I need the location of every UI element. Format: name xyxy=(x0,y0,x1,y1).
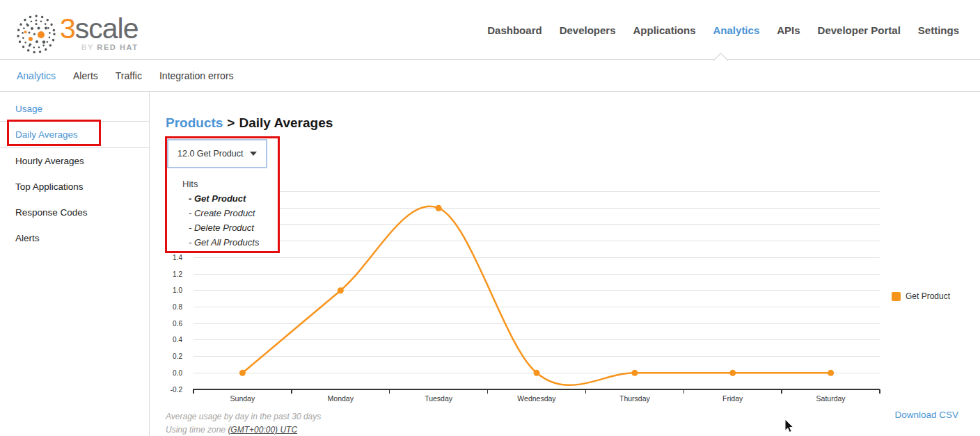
sidebar-divider xyxy=(149,92,150,436)
timezone-caption: Using time zone (GMT+00:00) UTC xyxy=(166,425,297,435)
metric-select-value: 12.0 Get Product xyxy=(177,149,244,159)
svg-text:Saturday: Saturday xyxy=(816,394,846,403)
breadcrumb: Products>Daily Averages xyxy=(166,115,333,131)
sidebar-item-response-codes[interactable]: Response Codes xyxy=(15,207,88,218)
brand-byline: BY RED HAT xyxy=(81,43,139,51)
svg-text:0.4: 0.4 xyxy=(173,336,182,344)
timezone-link[interactable]: (GMT+00:00) UTC xyxy=(228,425,297,435)
legend-label: Get Product xyxy=(906,291,950,301)
svg-text:0.6: 0.6 xyxy=(173,320,182,328)
metric-select[interactable]: 12.0 Get Product xyxy=(167,139,267,168)
top-navigation: Dashboard Developers Applications Analyt… xyxy=(487,0,959,60)
sidebar-separator xyxy=(0,121,149,122)
app-header: 3scale BY RED HAT Dashboard Developers A… xyxy=(0,0,980,60)
mouse-cursor-icon xyxy=(784,419,796,435)
nav-item-developers[interactable]: Developers xyxy=(560,24,616,36)
nav-item-applications[interactable]: Applications xyxy=(633,24,696,36)
nav-item-analytics[interactable]: Analytics xyxy=(713,24,760,36)
subnav-item-integration-errors[interactable]: Integration errors xyxy=(159,70,234,81)
nav-item-apis[interactable]: APIs xyxy=(777,24,800,36)
svg-text:0.8: 0.8 xyxy=(173,303,182,311)
threescale-dot-ball-icon xyxy=(15,13,57,55)
menu-item-get-product[interactable]: - Get Product xyxy=(189,193,246,204)
sidebar-item-usage[interactable]: Usage xyxy=(15,104,42,114)
subnav-item-analytics[interactable]: Analytics xyxy=(17,70,56,81)
page-title: Daily Averages xyxy=(239,115,333,130)
breadcrumb-separator: > xyxy=(227,115,235,130)
menu-item-create-product[interactable]: - Create Product xyxy=(189,208,255,218)
sidebar-item-daily-averages[interactable]: Daily Averages xyxy=(15,129,78,140)
metric-group-label: Hits xyxy=(182,179,198,189)
metric-dropdown: 12.0 Get Product Hits - Get Product - Cr… xyxy=(165,136,280,253)
chevron-down-icon xyxy=(250,152,257,156)
nav-item-developer-portal[interactable]: Developer Portal xyxy=(818,24,901,36)
sidebar-item-hourly-averages[interactable]: Hourly Averages xyxy=(15,156,84,166)
breadcrumb-products-link[interactable]: Products xyxy=(166,115,223,130)
svg-text:0.2: 0.2 xyxy=(173,353,182,360)
svg-text:Monday: Monday xyxy=(328,394,354,403)
svg-text:Wednesday: Wednesday xyxy=(517,394,556,403)
nav-item-settings[interactable]: Settings xyxy=(918,24,959,36)
svg-text:Tuesday: Tuesday xyxy=(425,394,453,403)
svg-text:-0.2: -0.2 xyxy=(171,386,183,394)
sidebar-separator xyxy=(0,147,149,148)
svg-text:Thursday: Thursday xyxy=(619,394,651,403)
menu-item-delete-product[interactable]: - Delete Product xyxy=(189,223,254,233)
svg-text:1.2: 1.2 xyxy=(173,271,182,278)
sidebar-item-top-applications[interactable]: Top Applications xyxy=(15,181,84,192)
analytics-subnav: Analytics Alerts Traffic Integration err… xyxy=(0,60,980,92)
subnav-item-alerts[interactable]: Alerts xyxy=(73,70,98,81)
svg-text:0.0: 0.0 xyxy=(173,369,182,377)
nav-item-dashboard[interactable]: Dashboard xyxy=(487,24,542,36)
svg-text:Sunday: Sunday xyxy=(230,394,255,403)
svg-text:1.4: 1.4 xyxy=(173,254,182,261)
svg-text:1.0: 1.0 xyxy=(173,286,182,294)
svg-text:Friday: Friday xyxy=(722,394,743,403)
menu-item-get-all-products[interactable]: - Get All Products xyxy=(189,237,259,248)
sidebar-item-alerts[interactable]: Alerts xyxy=(15,233,40,243)
subnav-item-traffic[interactable]: Traffic xyxy=(116,70,142,81)
threescale-logo[interactable]: 3scale BY RED HAT xyxy=(15,12,196,56)
brand-name: 3scale xyxy=(60,12,139,46)
